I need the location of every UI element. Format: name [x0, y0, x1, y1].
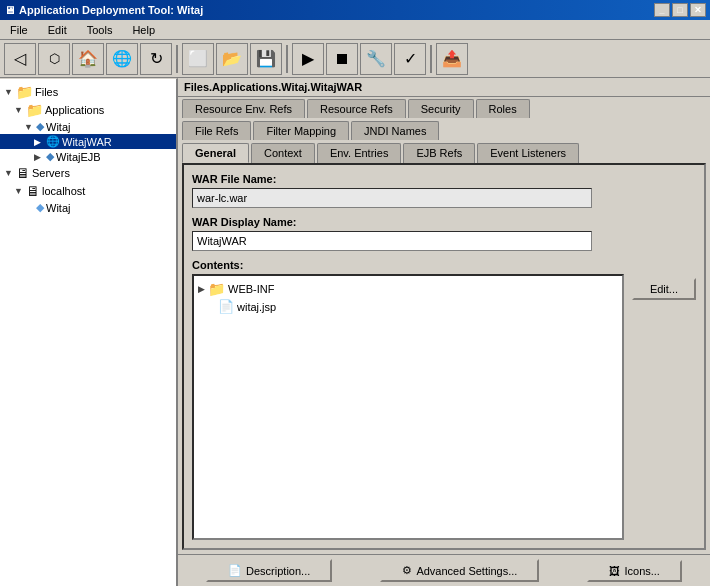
- debug-button[interactable]: 🔧: [360, 43, 392, 75]
- tree-label-servers: Servers: [32, 167, 70, 179]
- icons-label: Icons...: [624, 565, 659, 577]
- home-button[interactable]: 🏠: [72, 43, 104, 75]
- toolbar: ◁ ⬡ 🏠 🌐 ↻ ⬜ 📂 💾 ▶ ⏹ 🔧 ✓ 📤: [0, 40, 710, 78]
- contents-layout: ▶ 📁 WEB-INF 📄 witaj.jsp Edit...: [192, 274, 696, 540]
- tab-general[interactable]: General: [182, 143, 249, 163]
- tab-jndi-names[interactable]: JNDI Names: [351, 121, 439, 140]
- contents-section: Contents: ▶ 📁 WEB-INF 📄 witaj.jsp: [192, 259, 696, 540]
- tab-filter-mapping[interactable]: Filter Mapping: [253, 121, 349, 140]
- tree-label-witajwar: WitajWAR: [62, 136, 112, 148]
- war-file-name-section: WAR File Name:: [192, 173, 696, 208]
- icons-button[interactable]: 🖼 Icons...: [587, 560, 681, 582]
- war-file-name-input[interactable]: [192, 188, 592, 208]
- folder-icon-files: 📁: [16, 84, 33, 100]
- file-tree-webinf[interactable]: ▶ 📁 WEB-INF: [198, 280, 618, 298]
- war-icon: 🌐: [46, 135, 60, 148]
- path-bar: Files.Applications.Witaj.WitajWAR: [178, 78, 710, 97]
- maximize-button[interactable]: □: [672, 3, 688, 17]
- advanced-settings-label: Advanced Settings...: [416, 565, 517, 577]
- deploy-button[interactable]: 📤: [436, 43, 468, 75]
- icons-icon: 🖼: [609, 565, 620, 577]
- tree-item-witaj[interactable]: ▼ ◆ Witaj: [0, 119, 176, 134]
- expand-webinf-icon[interactable]: ▶: [198, 284, 205, 294]
- witajjsp-label: witaj.jsp: [237, 301, 276, 313]
- servers-icon: 🖥: [16, 165, 30, 181]
- tree-label-witaj2: Witaj: [46, 202, 70, 214]
- tab-env-entries[interactable]: Env. Entries: [317, 143, 402, 163]
- tab-ejb-refs[interactable]: EJB Refs: [403, 143, 475, 163]
- folder-icon-webinf: 📁: [208, 281, 225, 297]
- menu-edit[interactable]: Edit: [42, 22, 73, 38]
- menu-help[interactable]: Help: [126, 22, 161, 38]
- edit-button[interactable]: Edit...: [632, 278, 696, 300]
- tree-item-files[interactable]: ▼ 📁 Files: [0, 83, 176, 101]
- forward-button[interactable]: ⬡: [38, 43, 70, 75]
- menu-tools[interactable]: Tools: [81, 22, 119, 38]
- tree-item-localhost[interactable]: ▼ 🖥 localhost: [0, 182, 176, 200]
- bottom-bar: 📄 Description... ⚙ Advanced Settings... …: [178, 554, 710, 586]
- save-button[interactable]: 💾: [250, 43, 282, 75]
- tree-panel: ▼ 📁 Files ▼ 📁 Applications ▼ ◆ Witaj ▶ 🌐…: [0, 78, 178, 586]
- title-bar-controls[interactable]: _ □ ✕: [654, 3, 706, 17]
- minimize-button[interactable]: _: [654, 3, 670, 17]
- expand-witaj[interactable]: ▼: [24, 122, 34, 132]
- expand-witajwar[interactable]: ▶: [34, 137, 44, 147]
- toolbar-separator-3: [430, 45, 432, 73]
- check-button[interactable]: ✓: [394, 43, 426, 75]
- node-icon: ◆: [36, 201, 44, 214]
- tab-row-1: Resource Env. Refs Resource Refs Securit…: [178, 97, 710, 118]
- tab-context[interactable]: Context: [251, 143, 315, 163]
- expand-servers[interactable]: ▼: [4, 168, 14, 178]
- stop-button[interactable]: ⏹: [326, 43, 358, 75]
- new-button[interactable]: ⬜: [182, 43, 214, 75]
- edit-btn-container: Edit...: [632, 274, 696, 540]
- app-icon: 🖥: [4, 4, 15, 16]
- path-text: Files.Applications.Witaj.WitajWAR: [184, 81, 362, 93]
- menu-file[interactable]: File: [4, 22, 34, 38]
- war-display-name-input[interactable]: [192, 231, 592, 251]
- tree-item-witajejb[interactable]: ▶ ◆ WitajEJB: [0, 149, 176, 164]
- tab-security[interactable]: Security: [408, 99, 474, 118]
- tab-roles[interactable]: Roles: [476, 99, 530, 118]
- run-button[interactable]: ▶: [292, 43, 324, 75]
- title-bar-left: 🖥 Application Deployment Tool: Witaj: [4, 4, 203, 16]
- open-button[interactable]: 📂: [216, 43, 248, 75]
- contents-box[interactable]: ▶ 📁 WEB-INF 📄 witaj.jsp: [192, 274, 624, 540]
- expand-files[interactable]: ▼: [4, 87, 14, 97]
- description-button[interactable]: 📄 Description...: [206, 559, 332, 582]
- tree-label-witaj: Witaj: [46, 121, 70, 133]
- app-title: Application Deployment Tool: Witaj: [19, 4, 203, 16]
- tab-event-listeners[interactable]: Event Listeners: [477, 143, 579, 163]
- tree-item-witajwar[interactable]: ▶ 🌐 WitajWAR: [0, 134, 176, 149]
- back-button[interactable]: ◁: [4, 43, 36, 75]
- expand-localhost[interactable]: ▼: [14, 186, 24, 196]
- expand-applications[interactable]: ▼: [14, 105, 24, 115]
- description-label: Description...: [246, 565, 310, 577]
- war-display-name-section: WAR Display Name:: [192, 216, 696, 251]
- menu-bar: File Edit Tools Help: [0, 20, 710, 40]
- advanced-settings-button[interactable]: ⚙ Advanced Settings...: [380, 559, 539, 582]
- tree-label-witajejb: WitajEJB: [56, 151, 101, 163]
- tree-label-localhost: localhost: [42, 185, 85, 197]
- toolbar-separator-1: [176, 45, 178, 73]
- webinf-label: WEB-INF: [228, 283, 274, 295]
- refresh-button[interactable]: ↻: [140, 43, 172, 75]
- close-button[interactable]: ✕: [690, 3, 706, 17]
- localhost-icon: 🖥: [26, 183, 40, 199]
- tree-item-witaj2[interactable]: ◆ Witaj: [0, 200, 176, 215]
- tree-label-files: Files: [35, 86, 58, 98]
- tab-resource-env-refs[interactable]: Resource Env. Refs: [182, 99, 305, 118]
- tab-resource-refs[interactable]: Resource Refs: [307, 99, 406, 118]
- war-display-name-label: WAR Display Name:: [192, 216, 696, 228]
- tree-item-applications[interactable]: ▼ 📁 Applications: [0, 101, 176, 119]
- expand-witajejb[interactable]: ▶: [34, 152, 44, 162]
- globe-button[interactable]: 🌐: [106, 43, 138, 75]
- tab-row-2: File Refs Filter Mapping JNDI Names: [178, 119, 710, 140]
- tree-item-servers[interactable]: ▼ 🖥 Servers: [0, 164, 176, 182]
- tree-label-applications: Applications: [45, 104, 104, 116]
- title-bar: 🖥 Application Deployment Tool: Witaj _ □…: [0, 0, 710, 20]
- file-tree-witajjsp[interactable]: 📄 witaj.jsp: [218, 298, 618, 315]
- main-container: ▼ 📁 Files ▼ 📁 Applications ▼ ◆ Witaj ▶ 🌐…: [0, 78, 710, 586]
- right-panel: Files.Applications.Witaj.WitajWAR Resour…: [178, 78, 710, 586]
- tab-file-refs[interactable]: File Refs: [182, 121, 251, 140]
